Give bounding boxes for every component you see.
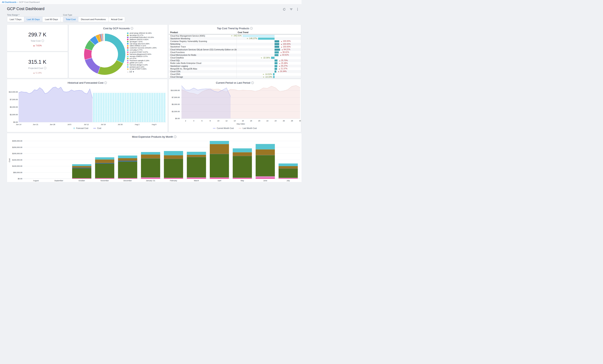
donut-slice-prod-setup-205416[interactable] xyxy=(105,33,126,63)
monthly-products-chart[interactable]: $0.00$50,000.00$100,000.00$150,000.00$20… xyxy=(7,133,302,182)
stack-segment-cyan[interactable] xyxy=(118,155,137,158)
info-icon[interactable] xyxy=(250,27,253,30)
info-icon[interactable] xyxy=(131,27,133,30)
stack-segment-magenta[interactable] xyxy=(141,177,160,178)
stack-segment-magenta[interactable] xyxy=(187,177,206,178)
table-row[interactable]: Cloud Memorystore for Redis▲ 33.51% xyxy=(169,54,301,56)
stack-segment-green[interactable] xyxy=(187,157,206,177)
table-row[interactable]: Stackdriver Trace▲ 100.00% xyxy=(169,45,301,48)
stack-segment-cyan[interactable] xyxy=(233,148,252,152)
stack-segment-cyan[interactable] xyxy=(95,157,114,160)
gcp-accounts-donut-chart[interactable] xyxy=(84,33,126,75)
column-product[interactable]: Product xyxy=(169,31,237,34)
table-row[interactable]: Cloud Storage▼ -13.19% xyxy=(169,76,301,78)
stack-segment-green[interactable] xyxy=(95,164,114,178)
stack-segment-blue[interactable] xyxy=(72,168,91,168)
cost-type-button-actual-cost[interactable]: Actual Cost xyxy=(109,17,125,22)
legend-item[interactable]: ce-qa-274307 0.06% xyxy=(127,68,166,70)
stack-segment-pink[interactable] xyxy=(118,178,137,179)
stack-segment-cyan[interactable] xyxy=(279,163,298,166)
stack-segment-gold[interactable] xyxy=(210,144,229,154)
legend-item[interactable]: golink-url 0.14% xyxy=(127,62,166,64)
table-row[interactable]: Cloud Functions▲ 38.41% xyxy=(169,51,301,54)
stack-segment-blue[interactable] xyxy=(118,161,137,162)
stack-segment-gold[interactable] xyxy=(233,152,252,156)
stack-segment-green[interactable] xyxy=(118,162,137,178)
table-row[interactable]: MongoDB Inc. MongoDB Atlas▲ 21.37% xyxy=(169,67,301,70)
stack-segment-pink[interactable] xyxy=(187,178,206,179)
legend-item[interactable]: qa-target 7.57% xyxy=(127,41,166,43)
legend-item[interactable]: harness-design 0.13% xyxy=(127,64,166,66)
stack-segment-magenta[interactable] xyxy=(164,178,183,178)
stack-segment-pink[interactable] xyxy=(279,178,298,179)
refresh-icon[interactable] xyxy=(283,8,286,11)
table-row[interactable]: Container Registry Vulnerability Scannin… xyxy=(169,40,301,43)
stack-segment-gold[interactable] xyxy=(164,155,183,159)
last-month-legend-label[interactable]: Last Month Cost xyxy=(243,127,257,129)
stack-segment-blue[interactable] xyxy=(256,155,275,155)
page-down-icon[interactable]: ▼ xyxy=(133,71,134,73)
time-range-button-last-90-days[interactable]: Last 90 Days xyxy=(43,17,61,22)
legend-item[interactable]: platform-205701 8.82% xyxy=(127,39,166,41)
period-compare-chart[interactable]: $0.00$2,500.00$5,000.00$7,500.00$10,000.… xyxy=(169,79,301,127)
stack-segment-blue[interactable] xyxy=(164,159,183,159)
stack-segment-blue[interactable] xyxy=(141,158,160,159)
time-range-button-last-30-days[interactable]: Last 30 Days xyxy=(24,17,43,22)
stack-segment-gold[interactable] xyxy=(118,158,137,161)
stack-segment-pink[interactable] xyxy=(72,178,91,179)
stack-segment-magenta[interactable] xyxy=(256,176,275,178)
stack-segment-magenta[interactable] xyxy=(210,177,229,178)
table-row[interactable]: Cloud CDN▲ 16.34% xyxy=(169,70,301,73)
stack-segment-cyan[interactable] xyxy=(72,164,91,166)
forecast-cost-legend-label[interactable]: Forecast Cost xyxy=(76,127,88,129)
stack-segment-magenta[interactable] xyxy=(233,178,252,178)
table-row[interactable]: Stackdriver Monitoring▼ -146.37% xyxy=(169,37,301,40)
stack-segment-cyan[interactable] xyxy=(256,144,275,149)
stack-segment-pink[interactable] xyxy=(233,178,252,179)
stack-segment-pink[interactable] xyxy=(95,178,114,179)
table-row[interactable]: Cloud DNS▼ -14.53% xyxy=(169,73,301,76)
stack-segment-pink[interactable] xyxy=(164,178,183,179)
stack-segment-cyan[interactable] xyxy=(164,151,183,155)
stack-segment-cyan[interactable] xyxy=(141,152,160,154)
stack-segment-blue[interactable] xyxy=(95,163,114,164)
table-row[interactable]: Networking▲ 100.00% xyxy=(169,43,301,45)
stack-segment-blue[interactable] xyxy=(187,157,206,157)
stack-segment-green[interactable] xyxy=(164,159,183,178)
stack-segment-green[interactable] xyxy=(256,155,275,176)
cost-type-button-total-cost[interactable]: Total Cost xyxy=(63,17,78,22)
stack-segment-pink[interactable] xyxy=(141,178,160,179)
stack-segment-gold[interactable] xyxy=(256,149,275,155)
table-row[interactable]: Redis Labs Redis Enterprise Cloud▲ 25.38… xyxy=(169,62,301,65)
stack-segment-green[interactable] xyxy=(141,158,160,177)
stack-segment-green[interactable] xyxy=(210,154,229,177)
stack-segment-green[interactable] xyxy=(279,169,298,178)
donut-slice-qa-setup[interactable] xyxy=(98,60,123,75)
time-range-button-last-7-days[interactable]: Last 7 Days xyxy=(7,17,24,22)
stack-segment-gold[interactable] xyxy=(279,166,298,168)
stack-segment-blue[interactable] xyxy=(279,168,298,169)
stack-segment-magenta[interactable] xyxy=(279,178,298,178)
stack-segment-gold[interactable] xyxy=(95,160,114,163)
info-icon[interactable] xyxy=(42,40,44,42)
stack-segment-cyan[interactable] xyxy=(187,152,206,155)
cost-type-button-discount-and-promotions[interactable]: Discount and Promotions xyxy=(78,17,108,22)
stack-segment-gold[interactable] xyxy=(187,155,206,157)
donut-slice-ce-qa-274307[interactable] xyxy=(104,33,105,41)
breadcrumb-all-dashboards-link[interactable]: All Dashboards xyxy=(2,1,16,3)
stack-segment-gold[interactable] xyxy=(72,166,91,168)
table-row[interactable]: Cloud Dataflow▼ -32.06% xyxy=(169,56,301,59)
stack-segment-green[interactable] xyxy=(72,168,91,178)
stack-segment-gold[interactable] xyxy=(141,154,160,158)
more-options-icon[interactable] xyxy=(297,8,298,11)
donut-slice-pr10406a87045145c3[interactable] xyxy=(85,58,100,74)
cost-legend-label[interactable]: Cost xyxy=(97,127,101,129)
historical-chart[interactable]: $0.00$2,500.00$5,000.00$7,500.00$10,000.… xyxy=(7,79,168,128)
stack-segment-green[interactable] xyxy=(233,156,252,178)
table-row[interactable]: Cloud SQL▲ 25.70% xyxy=(169,59,301,62)
filter-icon[interactable] xyxy=(290,8,293,11)
current-month-legend-label[interactable]: Current Month Cost xyxy=(217,127,234,129)
stack-segment-cyan[interactable] xyxy=(210,141,229,144)
table-row[interactable]: Cloud Key Management Service (KMS)▼ -342… xyxy=(169,34,301,37)
stack-segment-pink[interactable] xyxy=(210,178,229,179)
